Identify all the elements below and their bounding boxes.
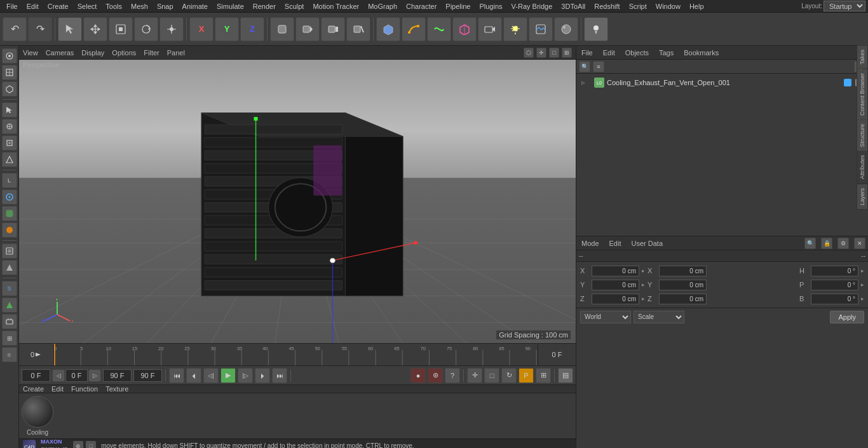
extra-btn-4[interactable]: P — [519, 368, 534, 383]
material-editor-content[interactable]: Cooling — [19, 393, 576, 438]
menu-3dtoall[interactable]: 3DToAll — [557, 2, 589, 11]
sidebar-extra-3[interactable] — [2, 314, 17, 329]
material-item[interactable]: Cooling — [22, 396, 53, 436]
timeline-ruler[interactable]: 0 5 10 15 20 25 30 35 — [54, 344, 538, 365]
attr-menu-edit[interactable]: Edit — [607, 240, 624, 247]
anim-button2[interactable] — [321, 17, 345, 41]
om-menu-file[interactable]: File — [579, 49, 595, 57]
tab-takes[interactable]: Takes — [857, 46, 868, 69]
sidebar-snap-1[interactable]: L — [2, 173, 17, 188]
menu-character[interactable]: Character — [402, 2, 440, 11]
attr-search-btn[interactable]: 🔍 — [804, 238, 816, 249]
om-menu-objects[interactable]: Objects — [623, 49, 651, 57]
extra-btn-6[interactable]: ▤ — [558, 368, 573, 383]
viewport-menu-display[interactable]: Display — [81, 49, 104, 57]
menu-help[interactable]: Help — [686, 2, 708, 11]
transform-tool-button[interactable] — [159, 17, 184, 41]
om-filter-btn[interactable]: ≡ — [593, 61, 604, 72]
sidebar-extra-4[interactable]: ⊞ — [2, 330, 17, 346]
viewport-menu-view[interactable]: View — [23, 49, 38, 57]
extra-btn-2[interactable]: □ — [484, 368, 499, 383]
menu-plugins[interactable]: Plugins — [475, 2, 506, 11]
frame-end-field[interactable] — [103, 369, 132, 382]
sidebar-mode-3[interactable] — [2, 81, 17, 97]
playback-prev-frame[interactable]: ⏴ — [186, 368, 201, 383]
sidebar-extra-2[interactable] — [2, 297, 17, 313]
menu-sculpt[interactable]: Sculpt — [281, 2, 308, 11]
coord-z-arrow[interactable]: ▸ — [642, 295, 645, 302]
frame-start-field[interactable] — [22, 369, 50, 382]
attr-menu-mode[interactable]: Mode — [579, 240, 602, 247]
menu-script[interactable]: Script — [625, 2, 651, 11]
spline-button[interactable] — [427, 17, 451, 41]
tab-structure[interactable]: Structure — [857, 120, 868, 152]
sidebar-snap-2[interactable] — [2, 189, 17, 205]
playback-next-key[interactable]: |▷ — [238, 368, 253, 383]
mat-menu-create[interactable]: Create — [23, 385, 44, 393]
world-dropdown[interactable]: World — [580, 311, 631, 323]
tab-layers[interactable]: Layers — [857, 184, 868, 210]
deform-button[interactable] — [452, 17, 477, 41]
anim-button3[interactable] — [346, 17, 370, 41]
curve-button[interactable] — [402, 17, 426, 41]
coord-p-val[interactable] — [811, 280, 858, 290]
viewport-menu-filter[interactable]: Filter — [144, 49, 159, 57]
timeline[interactable]: 0 0 5 10 15 — [19, 343, 576, 365]
om-search-btn[interactable]: 🔍 — [579, 61, 590, 72]
menu-vray[interactable]: V-Ray Bridge — [508, 2, 557, 11]
move-tool-button[interactable] — [83, 17, 107, 41]
light-button[interactable] — [503, 17, 527, 41]
viewport-menu-cameras[interactable]: Cameras — [46, 49, 74, 57]
viewport-menu-options[interactable]: Options — [112, 49, 136, 57]
menu-create[interactable]: Create — [44, 2, 72, 11]
viewport-ctrl-3[interactable]: □ — [549, 48, 559, 58]
menu-render[interactable]: Render — [249, 2, 280, 11]
y-axis-button[interactable]: Y — [215, 17, 239, 41]
frame-current-field[interactable] — [65, 369, 88, 382]
object-item-main[interactable]: ▷ L0 Cooling_Exhaust_Fan_Vent_Open_001 — [579, 76, 865, 89]
material-button[interactable] — [554, 17, 578, 41]
attr-lock-btn[interactable]: 🔒 — [821, 238, 832, 249]
menu-edit[interactable]: Edit — [23, 2, 43, 11]
menu-pipeline[interactable]: Pipeline — [442, 2, 474, 11]
om-menu-edit[interactable]: Edit — [600, 49, 618, 57]
coord-x-pos[interactable] — [592, 266, 639, 276]
menu-simulate[interactable]: Simulate — [213, 2, 248, 11]
scale-tool-button[interactable] — [109, 17, 133, 41]
viewport-ctrl-2[interactable]: ✛ — [536, 48, 546, 58]
frame-next-btn[interactable]: ▷ — [88, 369, 101, 382]
playback-to-start[interactable]: ⏮ — [169, 368, 184, 383]
record-button[interactable]: ● — [410, 368, 426, 383]
attr-settings-btn[interactable]: ⚙ — [837, 238, 849, 249]
extra-btn-5[interactable]: ⊞ — [536, 368, 551, 383]
sidebar-tool-3[interactable] — [2, 135, 17, 151]
menu-tools[interactable]: Tools — [102, 2, 126, 11]
frame-end2-field[interactable] — [133, 369, 162, 382]
viewport-3d[interactable]: View Cameras Display Options Filter Pane… — [19, 46, 576, 343]
anim-record-button[interactable] — [295, 17, 320, 41]
extra-btn-1[interactable]: ✛ — [467, 368, 482, 383]
menu-motion-tracker[interactable]: Motion Tracker — [309, 2, 363, 11]
coord-z-pos[interactable] — [592, 294, 639, 304]
sidebar-tool-4[interactable] — [2, 152, 17, 167]
scene-button[interactable] — [529, 17, 553, 41]
sidebar-tool-1[interactable] — [2, 102, 17, 118]
menu-redshift[interactable]: Redshift — [590, 2, 623, 11]
coord-h-val[interactable] — [811, 266, 858, 276]
object-expand-icon[interactable]: ▷ — [581, 79, 592, 86]
sidebar-snap-4[interactable] — [2, 222, 17, 238]
coord-y-arrow[interactable]: ▸ — [642, 282, 645, 288]
coord-z-size[interactable] — [659, 294, 707, 304]
playback-next-frame[interactable]: ⏵ — [255, 368, 270, 383]
om-menu-tags[interactable]: Tags — [656, 49, 676, 57]
apply-button[interactable]: Apply — [830, 311, 864, 323]
mat-menu-edit[interactable]: Edit — [51, 385, 64, 393]
rotate-tool-button[interactable] — [134, 17, 158, 41]
mat-menu-function[interactable]: Function — [71, 385, 98, 393]
mat-menu-texture[interactable]: Texture — [105, 385, 128, 393]
menu-mesh[interactable]: Mesh — [127, 2, 152, 11]
coord-b-arrow[interactable]: ▸ — [861, 295, 864, 302]
menu-window[interactable]: Window — [652, 2, 684, 11]
tab-content-browser[interactable]: Content Browser — [857, 69, 868, 120]
sidebar-snap-3[interactable] — [2, 206, 17, 221]
